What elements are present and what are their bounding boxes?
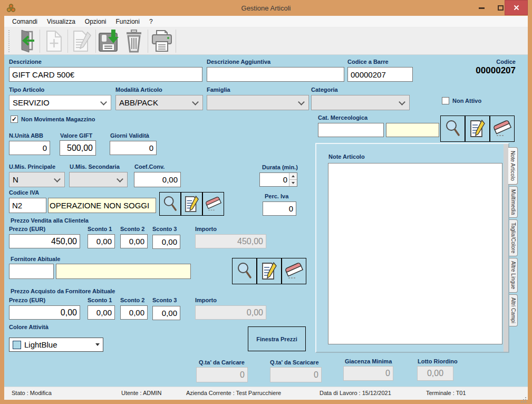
eraser-icon <box>284 262 304 280</box>
famiglia-label: Famiglia <box>207 86 230 93</box>
descrizione-input[interactable]: GIFT CARD 500€ <box>9 67 202 82</box>
prezzo-acquisto-sconto3-input[interactable]: 0,00 <box>152 306 180 320</box>
non-movimenta-magazzino-checkbox[interactable]: ✓ Non Movimenta Magazzino <box>11 116 95 123</box>
colore-attivita-select[interactable]: LightBlue <box>9 338 103 352</box>
cat-merceologica-code-input[interactable] <box>318 123 384 137</box>
durata-min-spinner[interactable]: 0 <box>259 172 297 187</box>
fornitore-code-input[interactable] <box>9 264 54 279</box>
descrizione-aggiuntiva-input[interactable] <box>207 67 344 82</box>
menu-funzioni[interactable]: Funzioni <box>111 16 144 27</box>
prezzo-acquisto-sconto2-input[interactable]: 0,00 <box>120 305 148 320</box>
spinner-down-button[interactable] <box>289 179 297 186</box>
article-detail-panel: Note Articolo <box>315 143 509 353</box>
descrizione-label: Descrizione <box>9 59 42 65</box>
codice-iva-clear-button[interactable] <box>202 192 224 216</box>
prezzo-acquisto-prezzo-input[interactable]: 0,00 <box>9 305 80 320</box>
menu-comandi[interactable]: Comandi <box>7 16 42 27</box>
perc-iva-input[interactable]: 0 <box>263 201 296 216</box>
titlebar[interactable]: Gestione Articoli <box>0 0 532 16</box>
giorni-validita-input[interactable]: 0 <box>110 141 157 155</box>
arrow-down-icon <box>292 182 295 184</box>
toolbar-grip[interactable] <box>8 30 11 52</box>
app-window: Gestione Articoli Comandi Visualizza Opz… <box>0 0 532 404</box>
save-button[interactable] <box>98 29 122 53</box>
durata-min-value[interactable]: 0 <box>260 173 289 186</box>
giorni-validita-label: Giorni Validità <box>110 132 149 139</box>
minimize-button[interactable] <box>475 3 488 13</box>
prezzo-vendita-sconto2-input[interactable]: 0,00 <box>120 234 148 248</box>
tab-altre-lingue[interactable]: Altre Lingue <box>509 258 518 292</box>
n-unita-abb-label: N.Unità ABB <box>9 132 43 139</box>
codice-a-barre-input[interactable]: 00000207 <box>347 67 413 82</box>
checkbox-check-icon: ✓ <box>11 116 18 123</box>
cat-merceologica-clear-button[interactable] <box>490 116 515 142</box>
famiglia-select[interactable] <box>207 95 309 110</box>
tipo-articolo-select[interactable]: SERVIZIO <box>9 95 111 110</box>
minimize-icon <box>479 7 485 9</box>
codice-iva-search-button[interactable] <box>159 192 181 216</box>
edit-article-button[interactable] <box>70 29 94 53</box>
new-article-button[interactable] <box>42 29 66 53</box>
dropdown-arrow-icon <box>95 343 100 346</box>
n-unita-abb-input[interactable]: 0 <box>9 141 50 155</box>
prezzo-vendita-section-label: Prezzo Vendita alla Clientela <box>11 217 89 224</box>
print-button[interactable] <box>150 29 174 53</box>
toolbar-separator <box>176 30 176 53</box>
fornitore-desc-field[interactable] <box>56 264 191 279</box>
menu-visualizza[interactable]: Visualizza <box>42 16 80 27</box>
menubar: Comandi Visualizza Opzioni Funzioni ? <box>4 16 528 27</box>
fornitore-search-button[interactable] <box>232 258 257 284</box>
codice-value: 00000207 <box>452 65 516 76</box>
umis-secondaria-select[interactable] <box>69 172 128 187</box>
durata-min-label: Durata (min.) <box>262 164 298 170</box>
toolbar-separator <box>40 30 40 53</box>
prezzo-vendita-sconto1-input[interactable]: 0,00 <box>88 234 115 248</box>
spinner-buttons <box>289 173 297 186</box>
categoria-select[interactable] <box>311 95 410 110</box>
fornitore-clear-button[interactable] <box>282 258 306 284</box>
prezzo-acquisto-importo-field: 0,00 <box>195 305 266 320</box>
status-azienda: Azienda Corrente : Test Parrucchiere <box>186 390 281 396</box>
codice-iva-edit-button[interactable] <box>181 192 202 216</box>
resize-grip[interactable] <box>525 397 526 398</box>
fornitore-edit-button[interactable] <box>257 258 282 284</box>
tab-altri-campi[interactable]: Altri Campi <box>509 294 518 326</box>
prezzo-vendita-sconto3-label: Sconto 3 <box>152 226 177 232</box>
menu-help[interactable]: ? <box>144 16 158 27</box>
new-document-icon <box>44 30 63 53</box>
tab-multimedia[interactable]: Multimedia <box>509 186 518 218</box>
close-button[interactable] <box>505 0 528 15</box>
umis-principale-label: U.Mis. Principale <box>9 163 55 170</box>
cat-merceologica-search-button[interactable] <box>440 116 465 142</box>
prezzo-vendita-sconto3-input[interactable]: 0,00 <box>152 235 180 249</box>
prezzo-vendita-prezzo-input[interactable]: 450,00 <box>9 234 80 248</box>
modalita-articolo-label: Modalità Articolo <box>115 86 162 93</box>
codice-iva-desc-field[interactable]: OPERAZIONE NON SOGGI <box>48 198 156 213</box>
prezzo-acquisto-sconto1-input[interactable]: 0,00 <box>88 305 115 320</box>
finestra-prezzi-button[interactable]: Finestra Prezzi <box>248 326 306 351</box>
colore-attivita-value: LightBlue <box>24 340 92 349</box>
perc-iva-label: Perc. Iva <box>265 193 288 199</box>
toolbar <box>4 27 528 55</box>
menu-opzioni[interactable]: Opzioni <box>80 16 111 27</box>
checkbox-box <box>442 97 449 104</box>
tab-taglia-colore[interactable]: Taglia/Colore <box>509 219 518 256</box>
note-articolo-textarea[interactable] <box>328 163 502 344</box>
valore-gift-input[interactable]: 500,00 <box>60 140 96 156</box>
toolbar-separator <box>67 30 68 53</box>
cat-merceologica-desc-field[interactable] <box>386 123 439 137</box>
toolbar-separator <box>148 30 148 53</box>
spinner-up-button[interactable] <box>289 173 297 179</box>
statusbar: Stato : Modifica Utente : ADMIN Azienda … <box>4 387 528 400</box>
codice-iva-code-input[interactable]: N2 <box>9 198 46 213</box>
fornitore-abituale-label: Fornitore Abituale <box>11 256 60 262</box>
non-attivo-checkbox[interactable]: Non Attivo <box>442 97 481 104</box>
exit-button[interactable] <box>14 29 38 53</box>
tab-note-articolo[interactable]: Note Articolo <box>508 147 518 185</box>
umis-principale-select[interactable]: N <box>9 172 65 187</box>
delete-trash-icon <box>124 30 144 53</box>
cat-merceologica-edit-button[interactable] <box>465 116 490 142</box>
coef-conv-input[interactable]: 0,00 <box>134 172 181 187</box>
modalita-articolo-select[interactable]: ABB/PACK <box>115 95 203 110</box>
delete-button[interactable] <box>122 29 146 53</box>
